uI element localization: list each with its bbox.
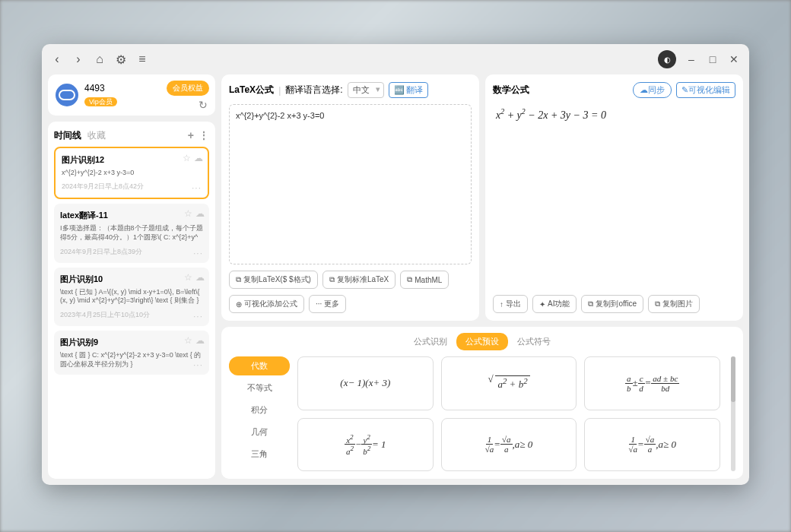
avatar[interactable] [56,84,78,106]
history-time: 2024年9月2日早上8点39分 [60,247,203,257]
history-body: I多项选择题：（本题由8个子题组成，每个子题得5分，最高得40分。）1个圆形\(… [60,224,203,242]
sidebar: 4493 Vip会员 会员权益 ↻ 时间线 收藏 + ⋮ ☆☁图片识别12x^{… [48,74,215,479]
mathml-button[interactable]: ⧉MathML [400,271,449,289]
minimize-button[interactable]: – [685,53,697,65]
formula-preset[interactable]: x2a2 − y2b2 = 1 [297,418,434,472]
dark-mode-toggle[interactable]: ◐ [658,50,676,68]
sync-button[interactable]: ☁同步 [633,82,672,98]
close-button[interactable]: ✕ [728,53,740,65]
category-三角[interactable]: 三角 [229,445,290,464]
history-time: 2023年4月25日上午10点10分 [60,310,203,320]
ai-icon: ✦ [539,300,545,309]
math-render: x2 + y2 − 2x + 3y − 3 = 0 [493,104,735,289]
formula-preset[interactable]: ab ± cd = ad ± bcbd [584,356,720,410]
edit-icon: ✎ [681,85,688,94]
history-title: 图片识别9 [60,337,203,348]
history-title: 图片识别12 [62,154,202,166]
refresh-icon[interactable]: ↻ [199,99,208,111]
lang-label: 翻译语言选择: [285,84,342,97]
history-item[interactable]: ☆☁图片识别10\text { 已知 } A=\{(x, y) \mid x-y… [54,268,209,326]
item-more-icon[interactable]: ··· [193,311,203,321]
list-icon[interactable]: ≡ [136,53,148,65]
star-icon[interactable]: ☆ [184,208,192,219]
latex-title: LaTeX公式 [229,84,274,97]
visual-add-formula-button[interactable]: ⊕可视化添加公式 [229,295,304,313]
cloud-icon[interactable]: ☁ [195,272,205,283]
timeline-panel: 时间线 收藏 + ⋮ ☆☁图片识别12x^{2}+y^{2}-2 x+3 y-3… [48,122,215,479]
copy-office-button[interactable]: ⧉复制到office [581,295,643,313]
tab-recognize[interactable]: 公式识别 [405,333,456,350]
math-panel: 数学公式 ☁同步 ✎可视化编辑 x2 + y2 − 2x + 3y − 3 = … [485,74,743,321]
formula-preset[interactable]: 1√a = √aa, a ≥ 0 [441,418,577,472]
history-item[interactable]: ☆☁latex翻译-11I多项选择题：（本题由8个子题组成，每个子题得5分，最高… [54,204,209,262]
visual-edit-button[interactable]: ✎可视化编辑 [676,82,735,98]
category-几何[interactable]: 几何 [229,423,290,442]
formula-preview-panel: 公式识别 公式预设 公式符号 代数不等式积分几何三角 (x − 1)(x + 3… [221,327,743,479]
more-icon[interactable]: ⋮ [199,129,209,141]
back-icon[interactable]: ‹ [51,53,63,65]
image-icon: ⧉ [655,299,660,309]
formula-preset[interactable]: a2 + b2 [441,356,577,410]
latex-panel: LaTeX公式 | 翻译语言选择: 中文 🔤翻译 ⧉复制LaTeX($ $格式)… [221,74,479,321]
user-id: 4493 [84,82,117,95]
translate-icon: 🔤 [394,85,405,95]
export-button[interactable]: ↑导出 [493,295,528,313]
formula-preset[interactable]: 1√a = √aa, a ≥ 0 [584,418,720,472]
copy-image-button[interactable]: ⧉复制图片 [648,295,700,313]
cloud-icon: ☁ [640,85,648,94]
timeline-tab[interactable]: 时间线 [54,129,81,142]
settings-icon[interactable]: ⚙ [115,53,127,65]
category-积分[interactable]: 积分 [229,401,290,420]
translate-button[interactable]: 🔤翻译 [389,82,428,98]
history-body: x^{2}+y^{2}-2 x+3 y-3=0 [62,169,202,178]
item-more-icon[interactable]: ··· [192,182,202,193]
formula-grid: (x − 1)(x + 3) a2 + b2 ab ± cd = ad ± bc… [297,356,720,471]
forward-icon[interactable]: › [72,53,84,65]
star-icon[interactable]: ☆ [184,272,192,283]
copy-icon: ⧉ [236,275,241,284]
member-benefits-button[interactable]: 会员权益 [167,81,209,96]
scrollbar[interactable] [731,356,735,471]
math-title: 数学公式 [493,84,529,97]
upload-icon: ↑ [500,300,504,309]
cloud-icon[interactable]: ☁ [194,153,203,163]
add-icon[interactable]: + [188,129,194,141]
cloud-icon[interactable]: ☁ [195,335,205,346]
tab-preset[interactable]: 公式预设 [456,333,508,350]
tab-symbols[interactable]: 公式符号 [508,333,560,350]
category-不等式[interactable]: 不等式 [229,378,290,397]
history-title: latex翻译-11 [60,210,203,221]
favorites-tab[interactable]: 收藏 [87,129,106,142]
home-icon[interactable]: ⌂ [94,53,106,65]
star-icon[interactable]: ☆ [184,335,192,346]
plus-icon: ⊕ [236,300,242,309]
item-more-icon[interactable]: ··· [193,248,203,258]
app-window: ‹ › ⌂ ⚙ ≡ ◐ – □ ✕ 4493 Vip会员 会员权益 ↻ 时间线 [42,44,749,485]
copy-latex-std-button[interactable]: ⧉复制标准LaTeX [322,271,396,289]
history-item[interactable]: ☆☁图片识别12x^{2}+y^{2}-2 x+3 y-3=02024年9月2日… [54,147,209,200]
item-more-icon[interactable]: ··· [193,359,203,370]
copy-latex-dollar-button[interactable]: ⧉复制LaTeX($ $格式) [229,271,318,289]
copy-icon: ⧉ [588,299,593,309]
formula-preset[interactable]: (x − 1)(x + 3) [297,356,434,410]
history-body: \text { 圆 } C: x^{2}+y^{2}-2 x+3 y-3=0 \… [60,351,203,369]
history-body: \text { 已知 } A=\{(x, y) \mid x-y+1=0\}, … [60,288,203,306]
cloud-icon[interactable]: ☁ [195,208,205,219]
code-icon: ⧉ [407,275,412,284]
more-options-button[interactable]: ··· 更多 [309,295,346,313]
language-select[interactable]: 中文 [348,82,384,98]
maximize-button[interactable]: □ [707,53,719,65]
history-time: 2024年9月2日早上8点42分 [62,182,202,192]
history-item[interactable]: ☆☁图片识别9\text { 圆 } C: x^{2}+y^{2}-2 x+3 … [54,331,209,375]
profile-card: 4493 Vip会员 会员权益 ↻ [48,74,215,116]
latex-input[interactable] [229,104,472,264]
category-代数[interactable]: 代数 [229,356,290,375]
star-icon[interactable]: ☆ [183,153,191,163]
copy-icon: ⧉ [329,275,335,284]
vip-badge: Vip会员 [84,97,117,106]
history-title: 图片识别10 [60,274,203,285]
titlebar: ‹ › ⌂ ⚙ ≡ ◐ – □ ✕ [42,44,749,74]
ai-button[interactable]: ✦AI功能 [532,295,577,313]
